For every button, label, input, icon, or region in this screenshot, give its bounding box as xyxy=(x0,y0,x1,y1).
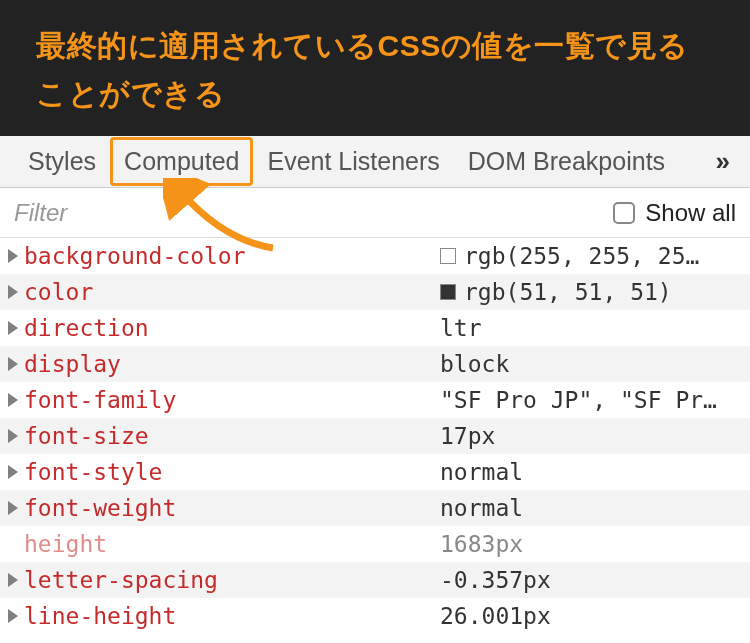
property-row[interactable]: background-colorrgb(255, 255, 25… xyxy=(0,238,750,274)
disclosure-triangle-icon[interactable] xyxy=(8,609,18,623)
property-value: normal xyxy=(440,459,740,485)
property-row[interactable]: font-size17px xyxy=(0,418,750,454)
property-row[interactable]: font-stylenormal xyxy=(0,454,750,490)
tab-computed[interactable]: Computed xyxy=(110,137,253,186)
property-name: font-style xyxy=(24,459,162,485)
property-value-text: -0.357px xyxy=(440,567,551,593)
tab-event-listeners[interactable]: Event Listeners xyxy=(253,137,453,186)
property-name: height xyxy=(24,531,107,557)
property-row[interactable]: font-family"SF Pro JP", "SF Pr… xyxy=(0,382,750,418)
disclosure-triangle-icon[interactable] xyxy=(8,249,18,263)
property-value: 1683px xyxy=(440,531,740,557)
property-value-text: 1683px xyxy=(440,531,523,557)
property-value-text: block xyxy=(440,351,509,377)
property-row[interactable]: directionltr xyxy=(0,310,750,346)
annotation-header: 最終的に適用されているCSSの値を一覧で見ることができる xyxy=(0,0,750,136)
property-row[interactable]: height1683px xyxy=(0,526,750,562)
color-swatch-icon[interactable] xyxy=(440,284,456,300)
property-value-text: "SF Pro JP", "SF Pr… xyxy=(440,387,717,413)
property-value: 17px xyxy=(440,423,740,449)
property-name: font-weight xyxy=(24,495,176,521)
disclosure-triangle-icon[interactable] xyxy=(8,285,18,299)
property-value-text: normal xyxy=(440,459,523,485)
tab-styles[interactable]: Styles xyxy=(14,137,110,186)
computed-properties-list: background-colorrgb(255, 255, 25…colorrg… xyxy=(0,238,750,634)
show-all-label: Show all xyxy=(645,199,736,227)
disclosure-triangle-icon[interactable] xyxy=(8,573,18,587)
disclosure-triangle-icon[interactable] xyxy=(8,357,18,371)
property-row[interactable]: displayblock xyxy=(0,346,750,382)
filter-row: Filter Show all xyxy=(0,188,750,238)
property-value: rgb(255, 255, 25… xyxy=(440,243,740,269)
tabs-overflow-button[interactable]: » xyxy=(716,146,736,177)
property-name: display xyxy=(24,351,121,377)
color-swatch-icon[interactable] xyxy=(440,248,456,264)
property-value: ltr xyxy=(440,315,740,341)
filter-input[interactable]: Filter xyxy=(14,199,613,227)
property-name: font-family xyxy=(24,387,176,413)
property-value: 26.001px xyxy=(440,603,740,629)
property-value: -0.357px xyxy=(440,567,740,593)
property-name: direction xyxy=(24,315,149,341)
tab-dom-breakpoints[interactable]: DOM Breakpoints xyxy=(454,137,679,186)
property-name: color xyxy=(24,279,93,305)
disclosure-triangle-icon[interactable] xyxy=(8,501,18,515)
property-value-text: normal xyxy=(440,495,523,521)
property-value-text: ltr xyxy=(440,315,482,341)
property-value: "SF Pro JP", "SF Pr… xyxy=(440,387,740,413)
disclosure-triangle-icon[interactable] xyxy=(8,465,18,479)
property-name: line-height xyxy=(24,603,176,629)
property-value: rgb(51, 51, 51) xyxy=(440,279,740,305)
disclosure-triangle-icon[interactable] xyxy=(8,321,18,335)
disclosure-triangle-icon[interactable] xyxy=(8,393,18,407)
show-all-toggle[interactable]: Show all xyxy=(613,199,736,227)
property-value-text: rgb(51, 51, 51) xyxy=(464,279,672,305)
devtools-tabs: Styles Computed Event Listeners DOM Brea… xyxy=(0,136,750,188)
property-row[interactable]: colorrgb(51, 51, 51) xyxy=(0,274,750,310)
property-row[interactable]: line-height26.001px xyxy=(0,598,750,634)
property-row[interactable]: letter-spacing-0.357px xyxy=(0,562,750,598)
property-value-text: 17px xyxy=(440,423,495,449)
disclosure-triangle-icon[interactable] xyxy=(8,429,18,443)
show-all-checkbox[interactable] xyxy=(613,202,635,224)
property-value: normal xyxy=(440,495,740,521)
property-value: block xyxy=(440,351,740,377)
property-name: background-color xyxy=(24,243,246,269)
property-row[interactable]: font-weightnormal xyxy=(0,490,750,526)
property-name: font-size xyxy=(24,423,149,449)
property-value-text: 26.001px xyxy=(440,603,551,629)
property-name: letter-spacing xyxy=(24,567,218,593)
property-value-text: rgb(255, 255, 25… xyxy=(464,243,699,269)
annotation-text: 最終的に適用されているCSSの値を一覧で見ることができる xyxy=(36,22,714,118)
